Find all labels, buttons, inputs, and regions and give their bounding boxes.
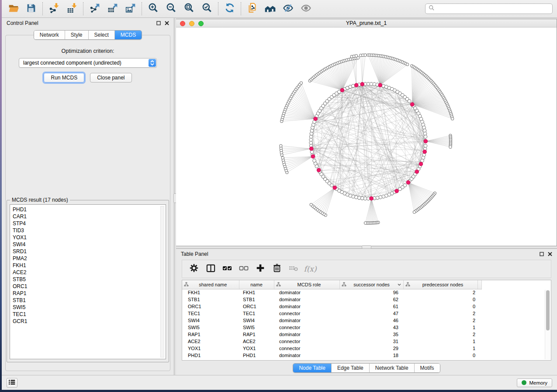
tab-network-table[interactable]: Network Table [369, 364, 414, 372]
table-row[interactable]: SWI4SWI4dominator462 [182, 317, 481, 324]
mcds-result-item[interactable]: FKH1 [13, 262, 166, 269]
close-panel-icon[interactable] [548, 250, 552, 258]
float-panel-icon[interactable] [156, 19, 161, 27]
export-network-button[interactable] [86, 1, 104, 17]
tab-motifs[interactable]: Motifs [414, 364, 440, 372]
table-cell: FKH1 [182, 289, 239, 296]
toolbar-separator [42, 2, 43, 15]
table-row[interactable]: SWI5SWI5connector431 [182, 324, 481, 331]
show-all-button[interactable] [297, 1, 315, 17]
run-mcds-button[interactable]: Run MCDS [44, 73, 84, 83]
table-row[interactable]: ORC1ORC1dominator610 [182, 303, 481, 310]
mcds-result-item[interactable]: CAR1 [13, 213, 166, 220]
mcds-result-item[interactable]: RAP1 [13, 290, 166, 297]
delete-columns-button[interactable] [269, 261, 285, 276]
column-header-successor-nodes[interactable]: successor nodes [339, 280, 403, 289]
table-cell: FKH1 [239, 289, 274, 296]
hierarchy-icon [342, 282, 346, 287]
horizontal-splitter[interactable] [176, 246, 557, 248]
node-table: shared name name MCDS role successor nod… [182, 280, 551, 361]
table-cell: connector [274, 324, 339, 331]
toolbar-separator [83, 2, 83, 15]
mcds-result-item[interactable]: SWI5 [13, 304, 166, 311]
import-network-button[interactable] [45, 1, 63, 17]
zoom-fit-button[interactable] [180, 1, 198, 17]
table-scrollbar[interactable] [545, 290, 550, 359]
import-table-button[interactable] [63, 1, 81, 17]
mcds-result-item[interactable]: ACE2 [13, 269, 166, 276]
clone-network-button[interactable] [243, 1, 261, 17]
mcds-result-item[interactable]: SRD1 [13, 248, 166, 255]
tab-node-table[interactable]: Node Table [293, 364, 331, 372]
table-row[interactable]: TEC1TEC1connector472 [182, 310, 481, 317]
hide-selected-button[interactable] [279, 1, 297, 17]
tab-edge-table[interactable]: Edge Table [331, 364, 369, 372]
table-row[interactable]: STB1STB1dominator620 [182, 296, 481, 303]
network-window-titlebar[interactable]: YPA_prune.txt_1 [176, 19, 557, 28]
window-minimize-icon[interactable] [189, 21, 194, 26]
table-settings-button[interactable] [186, 261, 202, 276]
tab-select[interactable]: Select [88, 31, 114, 39]
network-window-title: YPA_prune.txt_1 [346, 20, 387, 26]
window-maximize-icon[interactable] [198, 21, 204, 26]
show-columns-button[interactable] [203, 261, 218, 276]
zoom-out-button[interactable] [162, 1, 180, 17]
mcds-result-item[interactable]: YOX1 [13, 234, 166, 241]
optimization-criterion-dropdown[interactable]: largest connected component (undirected) [19, 58, 157, 68]
memory-button[interactable]: Memory [517, 378, 552, 387]
mcds-result-item[interactable]: STB1 [13, 297, 166, 304]
float-panel-icon[interactable] [540, 250, 544, 258]
mcds-result-item[interactable]: PHD1 [13, 206, 166, 213]
mcds-result-list[interactable]: PHD1CAR1STP4TID3YOX1SWI4SRD1PMA2FKH1ACE2… [10, 204, 166, 359]
table-cell: 29 [339, 345, 403, 352]
close-panel-button[interactable]: Close panel [90, 73, 131, 83]
column-header-shared-name[interactable]: shared name [182, 280, 239, 289]
add-column-button[interactable] [253, 261, 268, 276]
network-graph[interactable] [176, 28, 557, 246]
network-canvas[interactable] [176, 28, 557, 246]
mcds-result-item[interactable]: ORC1 [13, 283, 166, 290]
tab-style[interactable]: Style [65, 31, 88, 39]
search-input[interactable] [437, 6, 549, 12]
table-scrollbar-thumb[interactable] [546, 290, 550, 330]
mcds-result-item[interactable]: STB5 [13, 276, 166, 283]
mcds-result-item[interactable]: TEC1 [13, 311, 166, 318]
table-cell: ACE2 [239, 338, 274, 345]
table-row[interactable]: PHD1PHD1dominator180 [182, 352, 481, 359]
column-header-mcds-role[interactable]: MCDS role [274, 280, 339, 289]
tab-mcds[interactable]: MCDS [114, 31, 142, 39]
column-header-predecessor-nodes[interactable]: predecessor nodes [403, 280, 477, 289]
export-table-button[interactable] [104, 1, 121, 17]
mcds-result-item[interactable]: PMA2 [13, 255, 166, 262]
table-row[interactable]: ACE2ACE2connector311 [182, 338, 481, 345]
table-row[interactable]: FKH1FKH1dominator962 [182, 289, 481, 296]
select-all-rows-button[interactable] [219, 261, 235, 276]
result-list-scrollbar[interactable] [160, 206, 164, 358]
mcds-result-item[interactable]: GCR1 [13, 318, 166, 325]
cytoscape-app-window: Control Panel NetworkStyleSelectMCDS Opt… [2, 0, 557, 390]
close-panel-icon[interactable] [165, 19, 169, 27]
mcds-result-item[interactable]: STP4 [13, 220, 166, 227]
table-row[interactable]: YOX1YOX1connector291 [182, 345, 481, 352]
open-file-button[interactable] [4, 1, 22, 17]
export-image-button[interactable] [121, 1, 139, 17]
table-cell: 43 [339, 324, 403, 331]
refresh-button[interactable] [221, 1, 239, 17]
network-search-field[interactable] [425, 3, 553, 14]
deselect-all-rows-button[interactable] [236, 261, 252, 276]
mcds-result-item[interactable]: SWI4 [13, 241, 166, 248]
table-row[interactable]: RAP1RAP1dominator352 [182, 331, 481, 338]
window-close-icon[interactable] [180, 21, 185, 26]
mcds-result-item[interactable]: TID3 [13, 227, 166, 234]
horizontal-splitter-handle[interactable] [362, 245, 371, 249]
column-header-name[interactable]: name [239, 280, 274, 289]
table-cell: 2 [403, 317, 477, 324]
table-cell: connector [274, 345, 339, 352]
task-history-button[interactable] [7, 378, 17, 388]
first-neighbors-button[interactable] [261, 1, 279, 17]
tab-network[interactable]: Network [34, 31, 65, 39]
table-cell: YOX1 [239, 345, 274, 352]
zoom-in-button[interactable] [144, 1, 162, 17]
save-session-button[interactable] [22, 1, 40, 17]
zoom-selected-button[interactable] [198, 1, 216, 17]
